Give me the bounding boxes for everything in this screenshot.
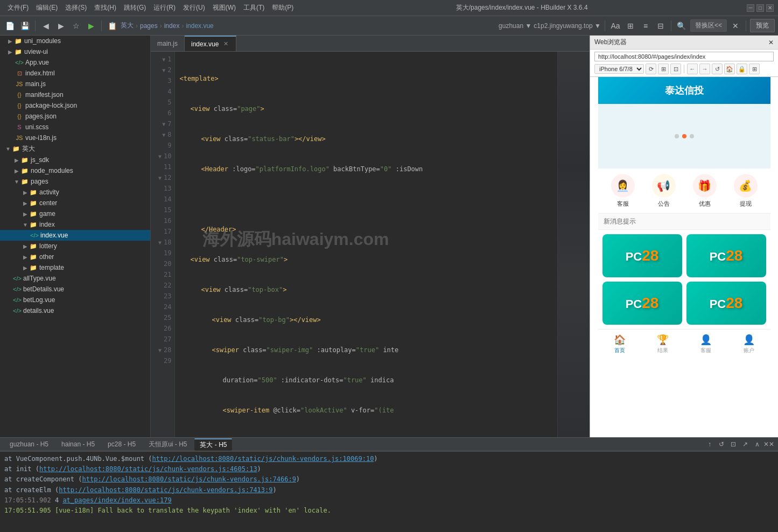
sidebar-item-pages-json[interactable]: {} pages.json <box>0 111 150 122</box>
run-tab-icon-5[interactable]: ∧ <box>752 439 762 449</box>
fold-8[interactable]: ▼ <box>162 131 165 139</box>
save-button[interactable]: 💾 <box>18 19 31 32</box>
browser-forward-button[interactable]: → <box>699 64 710 74</box>
sidebar-item-node_modules[interactable]: ▶ 📁 node_modules <box>0 165 150 176</box>
sidebar-item-betDetails[interactable]: </> betDetails.vue <box>0 284 150 295</box>
close-search-button[interactable]: ✕ <box>729 19 742 32</box>
browser-back-button[interactable]: ← <box>687 64 698 74</box>
console-link-1[interactable]: http://localhost:8080/static/js/chunk-ve… <box>152 455 374 463</box>
menu-find[interactable]: 查找(H) <box>91 2 120 13</box>
game-card-4[interactable]: PC28 <box>686 282 766 325</box>
run-tab-pc28[interactable]: pc28 - H5 <box>102 439 141 449</box>
maximize-button[interactable]: □ <box>756 4 764 12</box>
sidebar-item-index-folder[interactable]: ▼ 📁 index <box>0 219 150 230</box>
server-selector[interactable]: guzhuan ▼ <box>499 22 531 30</box>
fold-18[interactable]: ▼ <box>158 239 162 247</box>
code-editor[interactable]: ▼1 ▼2 3 4 5 6 ▼7 ▼8 9 ▼10 11 ▼12 13 14 1… <box>151 52 590 437</box>
phone-nav-results[interactable]: 🏆 结果 <box>657 334 669 354</box>
sidebar-item-game[interactable]: ▶ 📁 game <box>0 208 150 219</box>
indent-button[interactable]: ≡ <box>639 19 652 32</box>
breadcrumb-index[interactable]: index <box>164 22 180 30</box>
run-tab-icon-3[interactable]: ⊡ <box>728 439 738 449</box>
menu-help[interactable]: 帮助(P) <box>269 2 297 13</box>
refresh-browser-button[interactable]: ⟳ <box>646 64 656 74</box>
sidebar-item-uni_modules[interactable]: ▶ 📁 uni_modules <box>0 36 150 46</box>
fold-12[interactable]: ▼ <box>158 174 162 182</box>
breadcrumb-root[interactable]: 英大 <box>121 21 134 30</box>
console-link-5[interactable]: at_pages/index/index.vue:179 <box>62 496 171 504</box>
run-tab-guzhuan[interactable]: guzhuan - H5 <box>4 439 54 449</box>
browser-close-icon[interactable]: ✕ <box>768 39 774 46</box>
console-link-3[interactable]: http://localhost:8080/static/js/chunk-ve… <box>82 475 296 483</box>
back-button[interactable]: ◀ <box>39 19 52 32</box>
server-selector-2[interactable]: c1p2.jingyuwang.top ▼ <box>534 22 601 30</box>
sidebar-item-other[interactable]: ▶ 📁 other <box>0 251 150 262</box>
sidebar-item-uview-ui[interactable]: ▶ 📁 uview-ui <box>0 46 150 57</box>
run-button[interactable]: ▶ <box>85 19 97 32</box>
filter-button[interactable]: ⊟ <box>654 19 667 32</box>
open-browser-button[interactable]: ⊞ <box>658 64 669 74</box>
menu-goto[interactable]: 跳转(G) <box>121 2 149 13</box>
phone-nav-customer[interactable]: 👤 客服 <box>700 334 712 354</box>
format-button[interactable]: ⊞ <box>624 19 637 32</box>
new-file-button[interactable]: 📄 <box>3 19 16 32</box>
menu-bar[interactable]: 文件(F) 编辑(E) 选择(S) 查找(H) 跳转(G) 运行(R) 发行(U… <box>4 2 297 13</box>
minimize-button[interactable]: ─ <box>747 4 754 12</box>
fold-10[interactable]: ▼ <box>158 152 162 160</box>
menu-view[interactable]: 视图(W) <box>209 2 239 13</box>
font-size-button[interactable]: Aa <box>609 19 622 32</box>
browser-layout-button[interactable]: ⊡ <box>670 64 681 74</box>
tab-index-vue[interactable]: index.vue ✕ <box>185 36 236 51</box>
sidebar-item-js_sdk[interactable]: ▶ 📁 js_sdk <box>0 155 150 165</box>
sidebar-item-yingda[interactable]: ▼ 📁 英大 <box>0 143 150 155</box>
menu-publish[interactable]: 发行(U) <box>180 2 208 13</box>
tab-main-js[interactable]: main.js <box>151 36 185 51</box>
sidebar-item-uni-scss[interactable]: S uni.scss <box>0 122 150 132</box>
menu-edit[interactable]: 编辑(E) <box>33 2 61 13</box>
phone-icon-withdraw[interactable]: 💰 提现 <box>734 174 758 208</box>
fold-2[interactable]: ▼ <box>162 66 165 74</box>
replace-button[interactable]: 替换区<< <box>690 19 727 32</box>
sidebar-item-vue-i18n[interactable]: JS vue-i18n.js <box>0 132 150 143</box>
sidebar-item-main-js[interactable]: JS main.js <box>0 79 150 89</box>
sidebar-item-activity[interactable]: ▶ 📁 activity <box>0 187 150 198</box>
sidebar-item-allType[interactable]: </> allType.vue <box>0 273 150 284</box>
breadcrumb-file[interactable]: index.vue <box>186 22 213 30</box>
search-button[interactable]: 🔍 <box>675 19 688 32</box>
sidebar-item-app-vue[interactable]: </> App.vue <box>0 57 150 68</box>
run-tab-tianheng[interactable]: 天恒原ui - H5 <box>143 439 192 450</box>
console-link-2[interactable]: http://localhost:8080/static/js/chunk-ve… <box>39 465 257 473</box>
game-card-3[interactable]: PC28 <box>602 282 682 325</box>
game-card-2[interactable]: PC28 <box>686 234 766 277</box>
sidebar-item-index-vue[interactable]: </> index.vue <box>0 230 150 241</box>
sidebar-item-betLog[interactable]: </> betLog.vue <box>0 295 150 305</box>
game-card-1[interactable]: PC28 <box>602 234 682 277</box>
sidebar-item-template[interactable]: ▶ 📁 template <box>0 262 150 273</box>
sidebar-item-details[interactable]: </> details.vue <box>0 305 150 316</box>
console-link-4[interactable]: http://localhost:8080/static/js/chunk-ve… <box>59 486 272 494</box>
menu-file[interactable]: 文件(F) <box>4 2 32 13</box>
run-tab-icon-4[interactable]: ↗ <box>740 439 750 449</box>
tab-close-index-vue[interactable]: ✕ <box>222 40 229 48</box>
run-tab-hainan[interactable]: hainan - H5 <box>56 439 100 449</box>
fold-7[interactable]: ▼ <box>162 120 165 128</box>
preview-button[interactable]: 预览 <box>750 19 775 32</box>
forward-button[interactable]: ▶ <box>54 19 67 32</box>
sidebar-item-center[interactable]: ▶ 📁 center <box>0 198 150 208</box>
run-tab-icon-1[interactable]: ↑ <box>705 439 714 449</box>
browser-more-button[interactable]: ⊞ <box>749 64 760 74</box>
browser-lock-button[interactable]: 🔒 <box>737 64 747 74</box>
phone-icon-notice[interactable]: 📢 公告 <box>652 174 676 208</box>
browser-home-button[interactable]: 🏠 <box>724 64 735 74</box>
code-content[interactable]: <template> <view class="page"> <view cla… <box>175 52 557 437</box>
window-controls[interactable]: ─ □ ✕ <box>747 4 774 12</box>
phone-icon-customer[interactable]: 👩‍💼 客服 <box>611 174 635 208</box>
run-tab-icon-2[interactable]: ↺ <box>717 439 726 449</box>
menu-run[interactable]: 运行(R) <box>150 2 179 13</box>
fold-1[interactable]: ▼ <box>162 55 165 64</box>
sidebar-item-pages-folder[interactable]: ▼ 📁 pages <box>0 176 150 187</box>
menu-tools[interactable]: 工具(T) <box>240 2 268 13</box>
run-tab-yingda[interactable]: 英大 - H5 <box>194 438 232 451</box>
bookmark-button[interactable]: ☆ <box>69 19 82 32</box>
run-tab-icon-6[interactable]: ✕✕ <box>764 439 774 449</box>
